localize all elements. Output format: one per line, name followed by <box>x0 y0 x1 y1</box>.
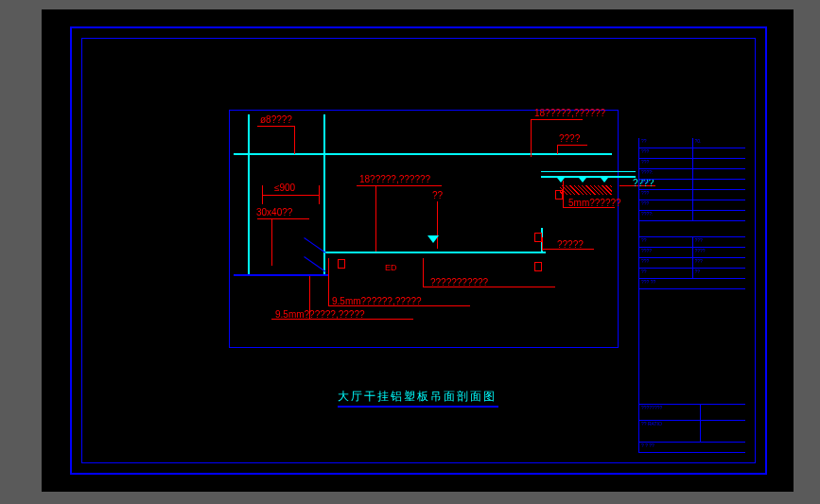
anno-qrow: ??????????? <box>430 277 488 287</box>
anno-95b: 9.5mm??????,????? <box>275 309 365 320</box>
leader-18a <box>375 185 376 252</box>
cad-canvas[interactable]: ø8???? ≤900 30x40?? 18?????,?????? ?? 18… <box>42 9 794 492</box>
leader-30x40-h <box>257 218 309 219</box>
light-tri-2 <box>579 178 586 182</box>
upper-ceiling <box>541 176 636 178</box>
tb-row: ???0. <box>639 138 745 148</box>
tb-row: ???? <box>639 269 745 279</box>
leader-100-v <box>557 145 558 154</box>
tb-row: ?????? <box>639 258 745 269</box>
leader-right-v <box>542 237 543 251</box>
anno-le900: ≤900 <box>274 182 295 193</box>
anno-30x40: 30x40?? <box>256 207 292 217</box>
dim-box-3 <box>338 259 345 269</box>
tb-footer: ? ? ?? <box>639 443 745 452</box>
leader-100 <box>557 145 587 146</box>
anno-95a: 9.5mm??????,????? <box>332 296 422 306</box>
tb-row: ??? <box>639 159 745 169</box>
dim-box-4 <box>534 262 542 271</box>
light-fixture <box>427 235 439 243</box>
tb-ratio-label: ?? RATIO <box>639 421 701 442</box>
slab-line <box>234 153 612 155</box>
dim-900-l <box>262 185 263 204</box>
tb-row: ??? <box>639 190 745 200</box>
tb-row: ??? <box>639 200 745 211</box>
anno-18b: 18?????,?????? <box>534 108 605 118</box>
floor-line <box>234 274 328 276</box>
tb-row: ??? <box>639 148 745 159</box>
outer-border: ø8???? ≤900 30x40?? 18?????,?????? ?? 18… <box>70 26 767 475</box>
leader-30x40-v <box>271 218 272 266</box>
tb-row: ????: <box>639 211 745 221</box>
anno-light: ?? <box>432 190 443 200</box>
tb-row: ????? <box>639 237 745 248</box>
dim-900-r <box>319 185 320 204</box>
leader-18a-h <box>357 185 442 186</box>
leader-18b <box>531 119 532 157</box>
leader-diam8-h <box>257 126 295 127</box>
tb-id-label: ???????? <box>639 405 701 420</box>
tb-row: ??? <box>639 180 745 190</box>
tb-row: ???????? <box>639 248 745 258</box>
leader-18b-h <box>531 119 583 120</box>
drawing-title: 大厅干挂铝塑板吊面剖面图 <box>338 389 497 405</box>
anno-100: ???? <box>559 133 580 144</box>
ceiling-line <box>323 252 546 253</box>
title-block: ???0.??????????:?????????????: ?????????… <box>638 138 745 453</box>
leader-qrow-v <box>423 258 424 287</box>
anno-ed: ED <box>385 263 397 272</box>
dim-box-2 <box>534 233 542 242</box>
anno-5mm: 5mm?????? <box>568 198 621 208</box>
dim-box-1 <box>555 190 563 200</box>
hatch-1 <box>560 185 612 195</box>
wall-vert1 <box>248 114 250 275</box>
leader-95a-v <box>328 258 329 305</box>
tb-row: ????: <box>639 169 745 180</box>
inner-border: ø8???? ≤900 30x40?? 18?????,?????? ?? 18… <box>81 38 756 463</box>
upper-ceiling2 <box>541 171 636 172</box>
leader-diam8 <box>294 126 295 154</box>
anno-18a: 18?????,?????? <box>359 174 430 184</box>
title-underline <box>338 406 498 408</box>
dim-900 <box>262 195 319 196</box>
anno-diam8: ø8???? <box>260 114 292 125</box>
anno-right: ????? <box>557 239 584 250</box>
light-tri-1 <box>557 178 565 182</box>
light-tri-3 <box>601 178 608 182</box>
